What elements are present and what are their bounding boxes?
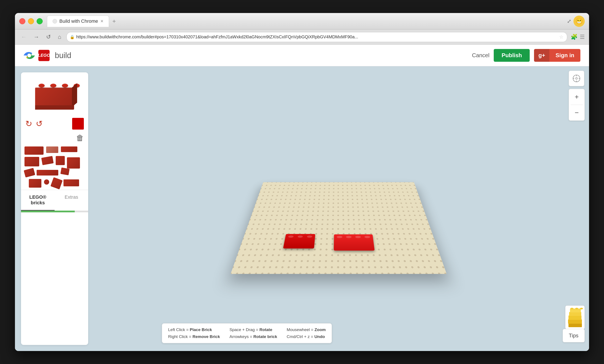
tip-key: Arrowkeys <box>229 334 249 339</box>
lego-logo-icon: LEGO <box>38 50 50 61</box>
builder-canvas[interactable]: + − <box>88 66 589 351</box>
tab-close-icon[interactable]: ✕ <box>100 19 103 24</box>
zoom-controls: + − <box>569 89 585 121</box>
brick-item[interactable] <box>61 167 70 175</box>
tip-key: Mousewheel <box>287 327 310 332</box>
refresh-button[interactable]: ↺ <box>44 33 53 41</box>
window-expand-icon[interactable]: ⤢ <box>567 18 571 24</box>
forward-button[interactable]: → <box>32 33 41 41</box>
new-tab-button[interactable]: + <box>110 17 118 25</box>
compass-button[interactable] <box>569 71 584 86</box>
home-button[interactable]: ⌂ <box>56 33 63 41</box>
brick-stud <box>50 84 56 88</box>
tips-panel: Left Click = Place Brick Right Click = R… <box>162 323 332 343</box>
brick-item[interactable] <box>29 179 41 188</box>
stud <box>580 308 583 309</box>
tips-button[interactable]: Tips <box>563 329 585 342</box>
tab-title: Build with Chrome <box>59 18 98 24</box>
main-area: ↻ ↻ 🗑 <box>15 66 589 351</box>
tips-col-2: Space + Drag = Rotate Arrowkeys = Rotate… <box>229 327 277 339</box>
tip-equals: = <box>250 334 253 339</box>
zoom-in-button[interactable]: + <box>569 89 584 105</box>
url-bar[interactable]: 🔒 https://www.buildwithchrome.com/builde… <box>66 32 567 42</box>
tab-bar: Build with Chrome ✕ + <box>47 16 567 27</box>
bookmark-icon[interactable]: ☆ <box>559 34 564 40</box>
brick-item[interactable] <box>37 170 58 176</box>
brick-item[interactable] <box>50 177 63 189</box>
stud-pattern <box>230 182 446 274</box>
stack-studs <box>570 308 583 309</box>
delete-icon[interactable]: 🗑 <box>76 133 84 143</box>
lego-stack-preview <box>567 308 583 327</box>
back-button[interactable]: ← <box>19 33 28 41</box>
baseplate <box>230 182 446 274</box>
close-button[interactable] <box>19 18 25 24</box>
minimize-button[interactable] <box>28 18 34 24</box>
stud <box>346 236 352 238</box>
tips-col-1: Left Click = Place Brick Right Click = R… <box>168 327 220 339</box>
stack-layer-2 <box>568 319 582 324</box>
brick-item[interactable] <box>61 147 77 152</box>
tip-equals: = <box>311 327 314 332</box>
active-tab[interactable]: Build with Chrome ✕ <box>47 16 109 27</box>
menu-icon[interactable]: ☰ <box>580 34 585 40</box>
lego-thumbnail-panel[interactable] <box>565 305 585 329</box>
brick-item[interactable] <box>25 157 39 166</box>
tip-action: Zoom <box>315 327 326 332</box>
app-content: LEGO build Cancel Publish g+ Sign in <box>15 45 589 351</box>
brick-item[interactable] <box>56 156 65 165</box>
tip-key: Cmd/Ctrl + z <box>287 334 310 339</box>
brick-studs-row <box>334 234 373 240</box>
app-header: LEGO build Cancel Publish g+ Sign in <box>15 45 589 66</box>
title-bar: Build with Chrome ✕ + ⤢ 😁 <box>15 13 589 29</box>
signin-label-part: Sign in <box>549 49 580 62</box>
tab-extras[interactable]: Extras <box>55 190 88 211</box>
tip-equals: = <box>186 327 189 332</box>
rotate-reverse-icon[interactable]: ↻ <box>36 119 43 128</box>
brick-item[interactable] <box>46 147 58 153</box>
stud <box>575 308 578 309</box>
color-swatch[interactable] <box>72 118 84 130</box>
stack-layer-4 <box>569 312 581 316</box>
stud <box>337 236 342 238</box>
brick-body-front <box>35 88 74 107</box>
stack-layer-1 <box>568 323 582 327</box>
tip-line: Left Click = Place Brick <box>168 327 220 332</box>
extensions-icon[interactable]: 🧩 <box>571 34 578 40</box>
rotate-icon[interactable]: ↻ <box>25 119 32 128</box>
publish-button[interactable]: Publish <box>494 49 530 62</box>
google-signin-button[interactable]: g+ Sign in <box>534 49 580 62</box>
chrome-logo-icon <box>24 50 35 61</box>
tab-lego-bricks[interactable]: LEGO® bricks <box>21 190 55 211</box>
right-controls: + − <box>569 71 585 121</box>
tab-favicon-icon <box>52 19 57 24</box>
brick-item[interactable] <box>25 147 44 155</box>
tip-equals: = <box>311 334 314 339</box>
browser-toolbar: 🧩 ☰ <box>571 34 585 40</box>
brick-item[interactable] <box>44 179 49 185</box>
svg-point-0 <box>53 19 57 23</box>
tip-action: Place Brick <box>190 327 212 332</box>
stud <box>365 236 370 238</box>
brick-preview-area <box>21 72 88 116</box>
svg-point-2 <box>27 53 31 57</box>
tip-action: Rotate <box>260 327 272 332</box>
brick-item[interactable] <box>41 156 53 165</box>
stud <box>307 236 312 238</box>
brick-item[interactable] <box>67 157 80 169</box>
brick-body-bottom <box>35 105 74 110</box>
zoom-out-button[interactable]: − <box>569 105 584 120</box>
tip-line: Arrowkeys = Rotate brick <box>229 334 277 339</box>
tip-line: Cmd/Ctrl + z = Undo <box>287 334 326 339</box>
tip-key: Space + Drag <box>229 327 255 332</box>
maximize-button[interactable] <box>37 18 43 24</box>
brick-item[interactable] <box>24 168 35 178</box>
placed-brick-1[interactable] <box>283 234 315 249</box>
brick-item[interactable] <box>63 179 79 186</box>
address-bar: ← → ↺ ⌂ 🔒 https://www.buildwithchrome.co… <box>15 29 589 45</box>
tip-key: Right Click <box>168 334 188 339</box>
cancel-button[interactable]: Cancel <box>472 52 489 59</box>
tip-action: Undo <box>314 334 325 339</box>
header-actions: Cancel Publish g+ Sign in <box>472 49 580 62</box>
placed-brick-2[interactable] <box>334 234 375 251</box>
